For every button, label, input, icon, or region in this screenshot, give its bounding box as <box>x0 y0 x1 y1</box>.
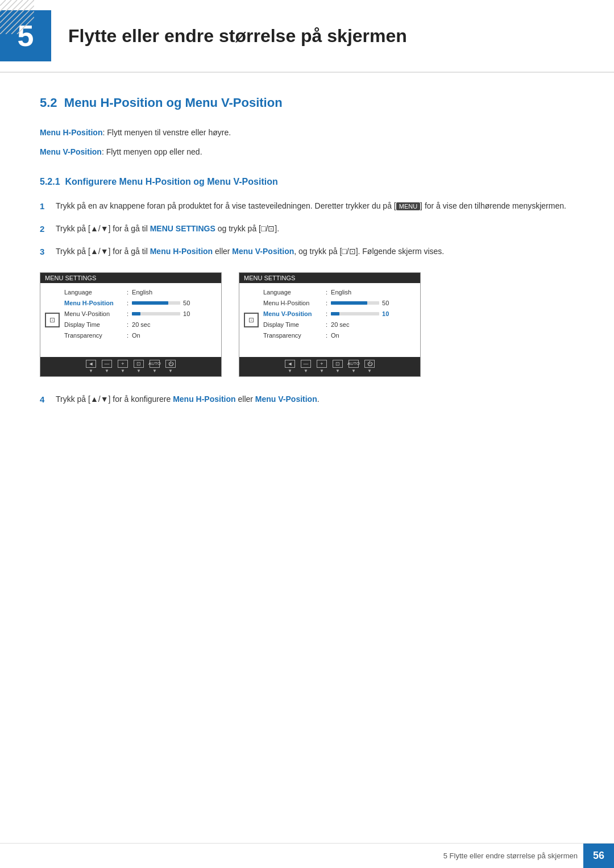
osd-time-val-left: 20 sec <box>132 321 150 328</box>
osd-left-bottom: ◄ ▼ — ▼ + ▼ ⊡ ▼ AUTO ▼ <box>40 357 221 376</box>
step-text-4: Trykk på [▲/▼] for å konfigurere Menu H-… <box>56 393 574 405</box>
osd-btn-power-left: ⏻ ▼ <box>165 360 176 373</box>
osd-row-h-pos-left: Menu H-Position : 50 <box>64 300 215 306</box>
osd-v-slider-right: 10 <box>331 310 392 317</box>
corner-decoration <box>0 0 34 34</box>
osd-trans-val-left: On <box>132 332 140 339</box>
osd-v-pos-label-left: Menu V-Position <box>64 310 127 317</box>
step-text-1: Trykk på en av knappene foran på produkt… <box>56 200 574 212</box>
desc1-text: : Flytt menyen til venstre eller høyre. <box>102 128 231 137</box>
osd-btn-enter-left: ⊡ ▼ <box>134 360 144 373</box>
osd-v-slider-val-right: 10 <box>382 310 392 317</box>
osd-row-lang-right: Language : English <box>263 289 414 296</box>
osd-btn-back-right: ◄ ▼ <box>285 360 295 373</box>
svg-line-3 <box>0 0 23 23</box>
osd-row-v-pos-right: Menu V-Position : 10 <box>263 310 414 317</box>
menu-v-position-label: Menu V-Position <box>40 147 102 156</box>
step-num-4: 4 <box>40 393 56 406</box>
osd-h-pos-label-right: Menu H-Position <box>263 300 326 306</box>
osd-v-slider-left: 10 <box>132 310 193 317</box>
svg-line-7 <box>11 11 34 34</box>
steps-list-2: 4 Trykk på [▲/▼] for å konfigurere Menu … <box>40 393 574 406</box>
osd-right: MENU SETTINGS ⊡ Language : English Menu … <box>239 272 421 377</box>
osd-right-title: MENU SETTINGS <box>239 273 420 283</box>
steps-list: 1 Trykk på en av knappene foran på produ… <box>40 200 574 259</box>
osd-trans-label-right: Transparency <box>263 332 326 339</box>
osd-v-slider-fill-right <box>331 312 339 315</box>
osd-btn-plus-right: + ▼ <box>317 360 327 373</box>
menu-settings-ref: MENU SETTINGS <box>150 224 215 233</box>
svg-line-4 <box>0 0 28 28</box>
osd-v-slider-fill-left <box>132 312 140 315</box>
menu-h-position-label: Menu H-Position <box>40 128 102 137</box>
osd-left-icon: ⊡ <box>45 313 60 327</box>
chapter-header: 5 Flytte eller endre størrelse på skjerm… <box>0 0 614 73</box>
osd-lang-label: Language <box>64 289 127 296</box>
osd-h-slider-bar-left <box>132 301 180 305</box>
footer-page-number: 56 <box>583 844 614 869</box>
osd-right-body: ⊡ Language : English Menu H-Position : 5… <box>239 283 420 357</box>
main-content: 5.2 Menu H-Position og Menu V-Position M… <box>0 95 614 466</box>
osd-h-slider-right: 50 <box>331 300 392 306</box>
step-3: 3 Trykk på [▲/▼] for å gå til Menu H-Pos… <box>40 245 574 259</box>
menu-v-ref: Menu V-Position <box>232 247 294 256</box>
step-num-1: 1 <box>40 200 56 213</box>
osd-row-trans-left: Transparency : On <box>64 332 215 339</box>
osd-h-slider-fill-right <box>331 301 367 305</box>
osd-h-slider-fill-left <box>132 301 168 305</box>
step-2: 2 Trykk på [▲/▼] for å gå til MENU SETTI… <box>40 222 574 236</box>
section-title: Menu H-Position og Menu V-Position <box>64 95 283 110</box>
osd-btn-power-right: ⏻ ▼ <box>364 360 375 373</box>
step-num-3: 3 <box>40 245 56 259</box>
osd-h-slider-val-left: 50 <box>183 300 193 306</box>
step4-h-ref: Menu H-Position <box>173 394 235 404</box>
osd-h-slider-val-right: 50 <box>382 300 392 306</box>
step-text-2: Trykk på [▲/▼] for å gå til MENU SETTING… <box>56 222 574 235</box>
osd-btn-auto-left: AUTO ▼ <box>150 360 160 373</box>
osd-h-slider-left: 50 <box>132 300 193 306</box>
osd-btn-enter-right: ⊡ ▼ <box>333 360 343 373</box>
osd-left-body: ⊡ Language : English Menu H-Position : 5… <box>40 283 221 357</box>
osd-right-bottom: ◄ ▼ — ▼ + ▼ ⊡ ▼ AUTO ▼ <box>239 357 420 376</box>
osd-trans-val-right: On <box>331 332 339 339</box>
desc-para-2: Menu V-Position: Flytt menyen opp eller … <box>40 146 574 158</box>
subsection-title: Konfigurere Menu H-Position og Menu V-Po… <box>65 177 277 186</box>
page-footer: 5 Flytte eller endre størrelse på skjerm… <box>0 843 614 868</box>
desc2-text: : Flytt menyen opp eller ned. <box>102 147 202 156</box>
osd-btn-plus-left: + ▼ <box>118 360 128 373</box>
osd-row-time-left: Display Time : 20 sec <box>64 321 215 328</box>
osd-lang-val-right: English <box>331 289 351 296</box>
osd-time-label-right: Display Time <box>263 321 326 328</box>
subsection-number: 5.2.1 <box>40 177 60 186</box>
footer-text: 5 Flytte eller endre størrelse på skjerm… <box>443 852 583 860</box>
osd-row-h-pos-right: Menu H-Position : 50 <box>263 300 414 306</box>
step-1: 1 Trykk på en av knappene foran på produ… <box>40 200 574 213</box>
osd-v-slider-bar-left <box>132 312 180 315</box>
osd-btn-minus-right: — ▼ <box>301 360 311 373</box>
step-text-3: Trykk på [▲/▼] for å gå til Menu H-Posit… <box>56 245 574 258</box>
svg-line-6 <box>6 6 34 34</box>
osd-row-v-pos-left: Menu V-Position : 10 <box>64 310 215 317</box>
osd-row-time-right: Display Time : 20 sec <box>263 321 414 328</box>
step4-v-ref: Menu V-Position <box>255 394 317 404</box>
osd-v-slider-val-left: 10 <box>183 310 193 317</box>
desc-para-1: Menu H-Position: Flytt menyen til venstr… <box>40 126 574 139</box>
osd-trans-label-left: Transparency <box>64 332 127 339</box>
step-num-2: 2 <box>40 222 56 236</box>
osd-time-label-left: Display Time <box>64 321 127 328</box>
osd-btn-auto-right: AUTO ▼ <box>349 360 359 373</box>
osd-row-lang-left: Language : English <box>64 289 215 296</box>
menu-h-ref: Menu H-Position <box>150 247 213 256</box>
section-heading: 5.2 Menu H-Position og Menu V-Position <box>40 95 574 110</box>
svg-line-0 <box>0 0 6 6</box>
chapter-title: Flytte eller endre størrelse på skjermen <box>68 26 407 47</box>
step-4: 4 Trykk på [▲/▼] for å konfigurere Menu … <box>40 393 574 406</box>
subsection-heading: 5.2.1 Konfigurere Menu H-Position og Men… <box>40 177 574 187</box>
osd-lang-value: English <box>132 289 152 296</box>
osd-v-slider-bar-right <box>331 312 379 315</box>
osd-left-title: MENU SETTINGS <box>40 273 221 283</box>
monitor-screenshots: MENU SETTINGS ⊡ Language : English Menu … <box>40 272 574 377</box>
osd-lang-label-right: Language <box>263 289 326 296</box>
osd-btn-back-left: ◄ ▼ <box>86 360 96 373</box>
menu-kbd: MENU <box>396 202 420 210</box>
